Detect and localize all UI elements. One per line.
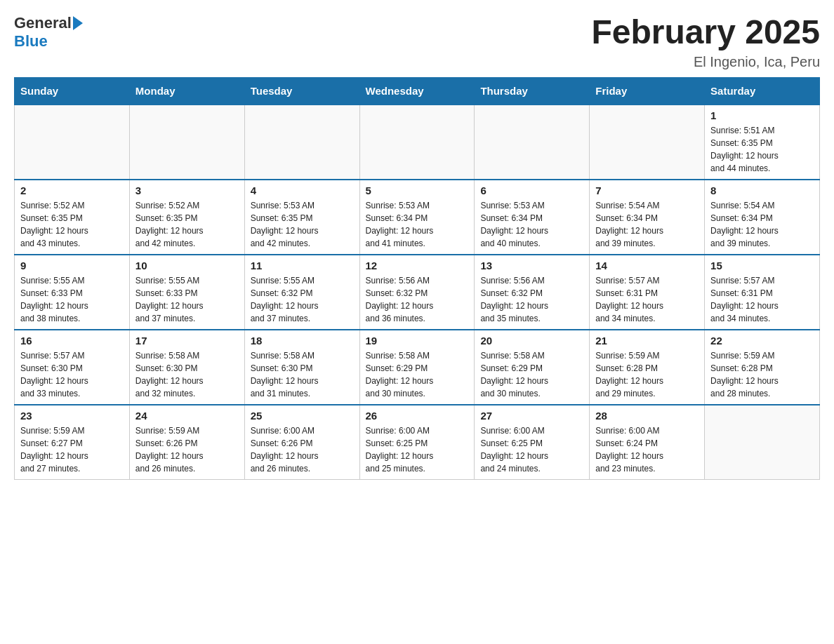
- day-number: 9: [20, 260, 124, 271]
- day-number: 28: [595, 410, 699, 422]
- day-info: Sunrise: 5:59 AM Sunset: 6:28 PM Dayligh…: [710, 349, 814, 400]
- day-info: Sunrise: 5:59 AM Sunset: 6:27 PM Dayligh…: [20, 424, 124, 475]
- calendar-cell: [15, 105, 130, 180]
- calendar-week-3: 9Sunrise: 5:55 AM Sunset: 6:33 PM Daylig…: [15, 255, 820, 330]
- calendar-cell: 20Sunrise: 5:58 AM Sunset: 6:29 PM Dayli…: [475, 330, 590, 405]
- calendar-table: SundayMondayTuesdayWednesdayThursdayFrid…: [14, 77, 820, 480]
- day-number: 19: [366, 335, 469, 347]
- day-info: Sunrise: 5:57 AM Sunset: 6:30 PM Dayligh…: [20, 349, 124, 400]
- calendar-cell: 10Sunrise: 5:55 AM Sunset: 6:33 PM Dayli…: [129, 255, 244, 330]
- calendar-cell: 22Sunrise: 5:59 AM Sunset: 6:28 PM Dayli…: [705, 330, 820, 405]
- calendar-cell: 13Sunrise: 5:56 AM Sunset: 6:32 PM Dayli…: [475, 255, 590, 330]
- day-number: 20: [480, 335, 583, 347]
- day-number: 18: [251, 335, 354, 347]
- day-info: Sunrise: 5:58 AM Sunset: 6:30 PM Dayligh…: [135, 349, 239, 400]
- logo-arrow-icon: [73, 16, 83, 30]
- day-info: Sunrise: 5:55 AM Sunset: 6:32 PM Dayligh…: [251, 274, 354, 325]
- logo-blue-text: Blue: [14, 32, 48, 51]
- day-info: Sunrise: 5:51 AM Sunset: 6:35 PM Dayligh…: [710, 124, 814, 175]
- day-info: Sunrise: 5:55 AM Sunset: 6:33 PM Dayligh…: [20, 274, 124, 325]
- day-number: 5: [366, 185, 469, 196]
- day-number: 4: [251, 185, 354, 196]
- calendar-cell: 11Sunrise: 5:55 AM Sunset: 6:32 PM Dayli…: [244, 255, 359, 330]
- day-number: 2: [20, 185, 124, 196]
- calendar-cell: [705, 405, 820, 480]
- day-info: Sunrise: 5:52 AM Sunset: 6:35 PM Dayligh…: [20, 199, 124, 250]
- calendar-cell: 21Sunrise: 5:59 AM Sunset: 6:28 PM Dayli…: [590, 330, 705, 405]
- calendar-cell: 28Sunrise: 6:00 AM Sunset: 6:24 PM Dayli…: [590, 405, 705, 480]
- day-info: Sunrise: 5:59 AM Sunset: 6:28 PM Dayligh…: [595, 349, 699, 400]
- weekday-header-monday: Monday: [129, 77, 244, 105]
- calendar-cell: 6Sunrise: 5:53 AM Sunset: 6:34 PM Daylig…: [475, 180, 590, 255]
- day-info: Sunrise: 5:57 AM Sunset: 6:31 PM Dayligh…: [595, 274, 699, 325]
- day-info: Sunrise: 5:53 AM Sunset: 6:34 PM Dayligh…: [366, 199, 469, 250]
- location-text: El Ingenio, Ica, Peru: [591, 54, 820, 70]
- day-info: Sunrise: 5:54 AM Sunset: 6:34 PM Dayligh…: [595, 199, 699, 250]
- logo-general-text: General: [14, 14, 72, 32]
- weekday-header-wednesday: Wednesday: [359, 77, 475, 105]
- calendar-cell: 8Sunrise: 5:54 AM Sunset: 6:34 PM Daylig…: [705, 180, 820, 255]
- weekday-header-row: SundayMondayTuesdayWednesdayThursdayFrid…: [15, 77, 820, 105]
- weekday-header-saturday: Saturday: [705, 77, 820, 105]
- calendar-cell: 5Sunrise: 5:53 AM Sunset: 6:34 PM Daylig…: [359, 180, 475, 255]
- day-info: Sunrise: 5:53 AM Sunset: 6:35 PM Dayligh…: [251, 199, 354, 250]
- day-info: Sunrise: 6:00 AM Sunset: 6:24 PM Dayligh…: [595, 424, 699, 475]
- day-number: 11: [251, 260, 354, 271]
- day-number: 26: [366, 410, 469, 422]
- day-info: Sunrise: 5:57 AM Sunset: 6:31 PM Dayligh…: [710, 274, 814, 325]
- day-number: 24: [135, 410, 239, 422]
- day-number: 12: [366, 260, 469, 271]
- calendar-cell: 4Sunrise: 5:53 AM Sunset: 6:35 PM Daylig…: [244, 180, 359, 255]
- day-info: Sunrise: 5:53 AM Sunset: 6:34 PM Dayligh…: [480, 199, 583, 250]
- day-info: Sunrise: 5:55 AM Sunset: 6:33 PM Dayligh…: [135, 274, 239, 325]
- day-number: 22: [710, 335, 814, 347]
- day-number: 21: [595, 335, 699, 347]
- calendar-cell: 25Sunrise: 6:00 AM Sunset: 6:26 PM Dayli…: [244, 405, 359, 480]
- day-number: 10: [135, 260, 239, 271]
- calendar-week-1: 1Sunrise: 5:51 AM Sunset: 6:35 PM Daylig…: [15, 105, 820, 180]
- day-number: 16: [20, 335, 124, 347]
- title-block: February 2025 El Ingenio, Ica, Peru: [591, 14, 820, 70]
- calendar-cell: 9Sunrise: 5:55 AM Sunset: 6:33 PM Daylig…: [15, 255, 130, 330]
- calendar-cell: 2Sunrise: 5:52 AM Sunset: 6:35 PM Daylig…: [15, 180, 130, 255]
- day-info: Sunrise: 5:52 AM Sunset: 6:35 PM Dayligh…: [135, 199, 239, 250]
- day-info: Sunrise: 5:54 AM Sunset: 6:34 PM Dayligh…: [710, 199, 814, 250]
- day-info: Sunrise: 5:56 AM Sunset: 6:32 PM Dayligh…: [366, 274, 469, 325]
- calendar-cell: 14Sunrise: 5:57 AM Sunset: 6:31 PM Dayli…: [590, 255, 705, 330]
- day-number: 25: [251, 410, 354, 422]
- weekday-header-tuesday: Tuesday: [244, 77, 359, 105]
- day-number: 23: [20, 410, 124, 422]
- calendar-cell: 18Sunrise: 5:58 AM Sunset: 6:30 PM Dayli…: [244, 330, 359, 405]
- weekday-header-sunday: Sunday: [15, 77, 130, 105]
- calendar-cell: 1Sunrise: 5:51 AM Sunset: 6:35 PM Daylig…: [705, 105, 820, 180]
- calendar-week-2: 2Sunrise: 5:52 AM Sunset: 6:35 PM Daylig…: [15, 180, 820, 255]
- day-info: Sunrise: 6:00 AM Sunset: 6:26 PM Dayligh…: [251, 424, 354, 475]
- calendar-cell: [590, 105, 705, 180]
- day-number: 3: [135, 185, 239, 196]
- weekday-header-friday: Friday: [590, 77, 705, 105]
- day-number: 17: [135, 335, 239, 347]
- calendar-cell: 27Sunrise: 6:00 AM Sunset: 6:25 PM Dayli…: [475, 405, 590, 480]
- calendar-cell: 19Sunrise: 5:58 AM Sunset: 6:29 PM Dayli…: [359, 330, 475, 405]
- calendar-cell: 7Sunrise: 5:54 AM Sunset: 6:34 PM Daylig…: [590, 180, 705, 255]
- calendar-cell: 16Sunrise: 5:57 AM Sunset: 6:30 PM Dayli…: [15, 330, 130, 405]
- day-info: Sunrise: 6:00 AM Sunset: 6:25 PM Dayligh…: [366, 424, 469, 475]
- day-info: Sunrise: 5:58 AM Sunset: 6:29 PM Dayligh…: [366, 349, 469, 400]
- month-title: February 2025: [591, 14, 820, 51]
- day-number: 7: [595, 185, 699, 196]
- day-number: 15: [710, 260, 814, 271]
- calendar-cell: 15Sunrise: 5:57 AM Sunset: 6:31 PM Dayli…: [705, 255, 820, 330]
- calendar-cell: [359, 105, 475, 180]
- calendar-cell: 26Sunrise: 6:00 AM Sunset: 6:25 PM Dayli…: [359, 405, 475, 480]
- page-header: General Blue February 2025 El Ingenio, I…: [14, 14, 820, 70]
- calendar-week-5: 23Sunrise: 5:59 AM Sunset: 6:27 PM Dayli…: [15, 405, 820, 480]
- calendar-cell: [244, 105, 359, 180]
- calendar-cell: 12Sunrise: 5:56 AM Sunset: 6:32 PM Dayli…: [359, 255, 475, 330]
- logo: General Blue: [14, 14, 83, 51]
- day-info: Sunrise: 5:56 AM Sunset: 6:32 PM Dayligh…: [480, 274, 583, 325]
- calendar-week-4: 16Sunrise: 5:57 AM Sunset: 6:30 PM Dayli…: [15, 330, 820, 405]
- day-info: Sunrise: 5:59 AM Sunset: 6:26 PM Dayligh…: [135, 424, 239, 475]
- day-number: 13: [480, 260, 583, 271]
- calendar-cell: 3Sunrise: 5:52 AM Sunset: 6:35 PM Daylig…: [129, 180, 244, 255]
- calendar-cell: [129, 105, 244, 180]
